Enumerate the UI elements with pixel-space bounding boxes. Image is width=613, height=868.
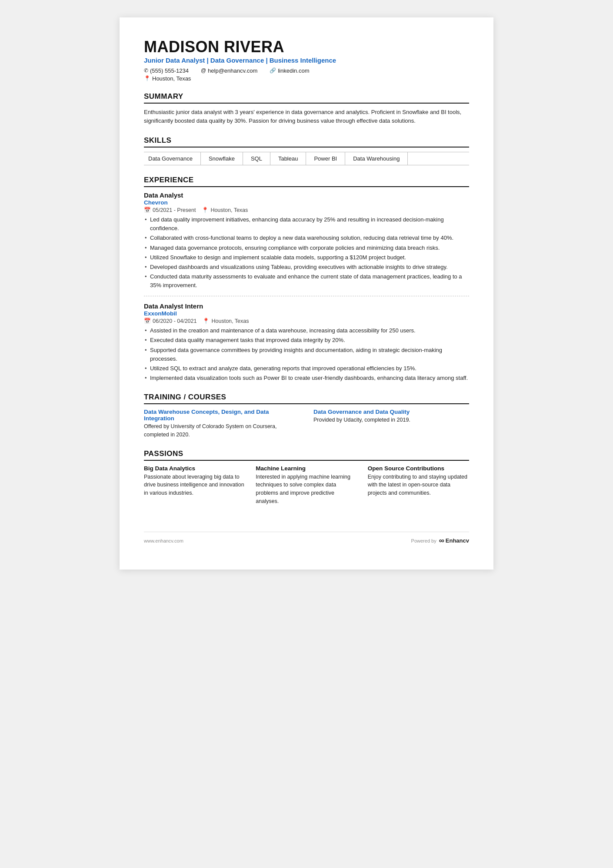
job-bullets: Led data quality improvement initiatives…: [144, 215, 469, 290]
passion-title: Big Data Analytics: [144, 465, 245, 472]
job-dates: 📅 06/2020 - 04/2021: [144, 318, 197, 324]
jobs-container: Data AnalystChevron📅 05/2021 - Present📍 …: [144, 191, 469, 382]
job: Data Analyst InternExxonMobil📅 06/2020 -…: [144, 302, 469, 382]
company-name: Chevron: [144, 199, 469, 206]
skill-item: SQL: [243, 152, 270, 165]
pin-icon: 📍: [203, 318, 210, 324]
passion-item: Open Source ContributionsEnjoy contribut…: [368, 465, 469, 506]
calendar-icon: 📅: [144, 207, 151, 213]
course-item: Data Governance and Data QualityProvided…: [313, 409, 469, 439]
course-title: Data Warehouse Concepts, Design, and Dat…: [144, 409, 300, 422]
calendar-icon: 📅: [144, 318, 151, 324]
bullet-item: Conducted data maturity assessments to e…: [144, 272, 469, 290]
bullet-item: Implemented data visualization tools suc…: [144, 374, 469, 382]
experience-title: EXPERIENCE: [144, 176, 469, 187]
bullet-item: Led data quality improvement initiatives…: [144, 215, 469, 233]
bullet-item: Collaborated with cross-functional teams…: [144, 234, 469, 242]
skills-list: Data GovernanceSnowflakeSQLTableauPower …: [144, 152, 469, 165]
skill-item: Power BI: [306, 152, 345, 165]
passions-grid: Big Data AnalyticsPassionate about lever…: [144, 465, 469, 506]
summary-title: SUMMARY: [144, 92, 469, 104]
brand-name: Enhancv: [446, 537, 469, 544]
job-bullets: Assisted in the creation and maintenance…: [144, 326, 469, 382]
footer-website: www.enhancv.com: [144, 538, 183, 543]
passion-item: Big Data AnalyticsPassionate about lever…: [144, 465, 245, 506]
linkedin-contact: 🔗 linkedin.com: [270, 67, 309, 74]
resume-page: MADISON RIVERA Junior Data Analyst | Dat…: [120, 17, 493, 570]
passion-desc: Enjoy contributing to and staying update…: [368, 473, 469, 497]
job-meta: 📅 05/2021 - Present📍 Houston, Texas: [144, 207, 469, 213]
bullet-item: Executed data quality management tasks t…: [144, 336, 469, 345]
passions-section: PASSIONS Big Data AnalyticsPassionate ab…: [144, 449, 469, 506]
job-location: 📍 Houston, Texas: [203, 318, 249, 324]
phone-contact: ✆ (555) 555-1234: [144, 67, 189, 74]
powered-by-text: Powered by: [411, 538, 436, 543]
link-icon: 🔗: [270, 67, 276, 74]
courses-grid: Data Warehouse Concepts, Design, and Dat…: [144, 409, 469, 439]
pin-icon: 📍: [202, 207, 209, 213]
skills-section: SKILLS Data GovernanceSnowflakeSQLTablea…: [144, 136, 469, 165]
footer-powered: Powered by ∞ Enhancv: [411, 536, 469, 545]
job: Data AnalystChevron📅 05/2021 - Present📍 …: [144, 191, 469, 296]
location-icon: 📍: [144, 75, 150, 81]
enhancv-logo: ∞ Enhancv: [439, 536, 469, 545]
skill-item: Tableau: [270, 152, 306, 165]
footer: www.enhancv.com Powered by ∞ Enhancv: [144, 532, 469, 545]
job-title: Data Analyst: [144, 191, 469, 199]
passion-title: Open Source Contributions: [368, 465, 469, 472]
experience-section: EXPERIENCE Data AnalystChevron📅 05/2021 …: [144, 176, 469, 382]
training-section: TRAINING / COURSES Data Warehouse Concep…: [144, 393, 469, 439]
linkedin-url: linkedin.com: [278, 67, 309, 74]
candidate-subtitle: Junior Data Analyst | Data Governance | …: [144, 57, 469, 64]
course-item: Data Warehouse Concepts, Design, and Dat…: [144, 409, 300, 439]
bullet-item: Supported data governance committees by …: [144, 346, 469, 363]
logo-icon: ∞: [439, 536, 444, 545]
phone-icon: ✆: [144, 67, 148, 74]
header: MADISON RIVERA Junior Data Analyst | Dat…: [144, 38, 469, 82]
skills-title: SKILLS: [144, 136, 469, 147]
job-title: Data Analyst Intern: [144, 302, 469, 310]
bullet-item: Managed data governance protocols, ensur…: [144, 244, 469, 252]
location-contact: 📍 Houston, Texas: [144, 75, 191, 82]
job-meta: 📅 06/2020 - 04/2021📍 Houston, Texas: [144, 318, 469, 324]
skill-item: Snowflake: [201, 152, 243, 165]
job-location: 📍 Houston, Texas: [202, 207, 248, 213]
course-desc: Provided by Udacity, completed in 2019.: [313, 416, 469, 424]
passion-title: Machine Learning: [256, 465, 357, 472]
course-desc: Offered by University of Colorado System…: [144, 422, 300, 439]
passion-item: Machine LearningInterested in applying m…: [256, 465, 357, 506]
bullet-item: Utilized SQL to extract and analyze data…: [144, 364, 469, 373]
location-text: Houston, Texas: [152, 75, 191, 82]
summary-section: SUMMARY Enthusiastic junior data analyst…: [144, 92, 469, 126]
bullet-item: Assisted in the creation and maintenance…: [144, 326, 469, 335]
email-address: help@enhancv.com: [208, 67, 257, 74]
bullet-item: Utilized Snowflake to design and impleme…: [144, 253, 469, 262]
phone-number: (555) 555-1234: [150, 67, 189, 74]
job-divider: [144, 296, 469, 296]
passion-desc: Passionate about leveraging big data to …: [144, 473, 245, 497]
passions-title: PASSIONS: [144, 449, 469, 461]
job-dates: 📅 05/2021 - Present: [144, 207, 196, 213]
training-title: TRAINING / COURSES: [144, 393, 469, 404]
bullet-item: Developed dashboards and visualizations …: [144, 263, 469, 271]
company-name: ExxonMobil: [144, 310, 469, 317]
course-title: Data Governance and Data Quality: [313, 409, 469, 415]
summary-text: Enthusiastic junior data analyst with 3 …: [144, 108, 469, 126]
email-icon: @: [201, 67, 206, 74]
skill-item: Data Governance: [144, 152, 201, 165]
skill-item: Data Warehousing: [345, 152, 408, 165]
candidate-name: MADISON RIVERA: [144, 38, 469, 56]
email-contact: @ help@enhancv.com: [201, 67, 257, 74]
passion-desc: Interested in applying machine learning …: [256, 473, 357, 506]
